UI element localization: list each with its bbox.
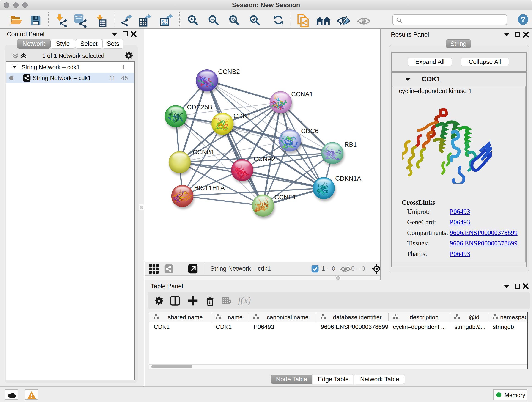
svg-text:CCNA2: CCNA2	[254, 155, 275, 162]
svg-text:CDK1: CDK1	[234, 112, 251, 119]
svg-text:CCNE1: CCNE1	[274, 194, 296, 201]
svg-text:CDC6: CDC6	[301, 128, 318, 134]
svg-text:CDC25B: CDC25B	[187, 104, 212, 111]
svg-text:CDKN1A: CDKN1A	[335, 175, 361, 182]
svg-text:HIST1H1A: HIST1H1A	[194, 184, 225, 191]
svg-text:CCNA1: CCNA1	[291, 90, 313, 98]
svg-text:RB1: RB1	[344, 141, 357, 148]
svg-text:CCNB2: CCNB2	[218, 68, 240, 75]
svg-text:CCNB1: CCNB1	[193, 148, 215, 156]
